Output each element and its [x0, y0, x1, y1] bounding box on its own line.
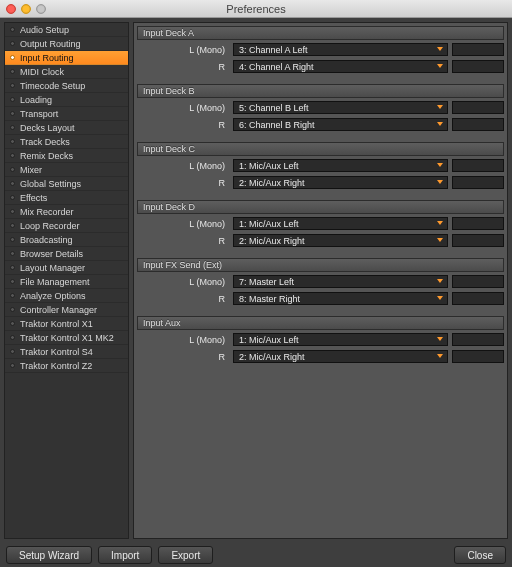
import-button[interactable]: Import [98, 546, 152, 564]
sidebar-item-traktor-kontrol-s4[interactable]: Traktor Kontrol S4 [5, 345, 128, 359]
channel-label: L (Mono) [137, 45, 229, 55]
chevron-down-icon [437, 337, 443, 341]
sidebar-item-effects[interactable]: Effects [5, 191, 128, 205]
chevron-down-icon [437, 221, 443, 225]
dropdown-value: 8: Master Right [239, 294, 300, 304]
sidebar-item-traktor-kontrol-z2[interactable]: Traktor Kontrol Z2 [5, 359, 128, 373]
row-right: R2: Mic/Aux Right [137, 175, 504, 190]
level-meter-left[interactable] [452, 101, 504, 114]
chevron-down-icon [437, 105, 443, 109]
bullet-icon [10, 125, 15, 130]
section-input-deck-d: Input Deck DL (Mono)1: Mic/Aux LeftR2: M… [137, 200, 504, 248]
chevron-down-icon [437, 279, 443, 283]
chevron-down-icon [437, 47, 443, 51]
channel-left-dropdown[interactable]: 7: Master Left [233, 275, 448, 288]
sidebar-item-output-routing[interactable]: Output Routing [5, 37, 128, 51]
setup-wizard-button[interactable]: Setup Wizard [6, 546, 92, 564]
sidebar-item-browser-details[interactable]: Browser Details [5, 247, 128, 261]
channel-right-dropdown[interactable]: 4: Channel A Right [233, 60, 448, 73]
channel-label: L (Mono) [137, 277, 229, 287]
row-right: R6: Channel B Right [137, 117, 504, 132]
channel-label: R [137, 178, 229, 188]
sidebar-item-timecode-setup[interactable]: Timecode Setup [5, 79, 128, 93]
channel-left-dropdown[interactable]: 1: Mic/Aux Left [233, 333, 448, 346]
bullet-icon [10, 83, 15, 88]
level-meter-left[interactable] [452, 43, 504, 56]
close-button[interactable]: Close [454, 546, 506, 564]
level-meter-left[interactable] [452, 217, 504, 230]
sidebar-item-traktor-kontrol-x1[interactable]: Traktor Kontrol X1 [5, 317, 128, 331]
level-meter-right[interactable] [452, 234, 504, 247]
bullet-icon [10, 167, 15, 172]
sidebar-item-mix-recorder[interactable]: Mix Recorder [5, 205, 128, 219]
sidebar-item-label: Effects [20, 193, 47, 203]
dropdown-value: 2: Mic/Aux Right [239, 352, 305, 362]
sidebar-item-file-management[interactable]: File Management [5, 275, 128, 289]
level-meter-right[interactable] [452, 292, 504, 305]
level-meter-left[interactable] [452, 275, 504, 288]
channel-label: L (Mono) [137, 161, 229, 171]
dropdown-value: 7: Master Left [239, 277, 294, 287]
sidebar-item-remix-decks[interactable]: Remix Decks [5, 149, 128, 163]
level-meter-left[interactable] [452, 159, 504, 172]
sidebar-item-loop-recorder[interactable]: Loop Recorder [5, 219, 128, 233]
sidebar-item-input-routing[interactable]: Input Routing [5, 51, 128, 65]
export-button[interactable]: Export [158, 546, 213, 564]
chevron-down-icon [437, 163, 443, 167]
channel-right-dropdown[interactable]: 2: Mic/Aux Right [233, 350, 448, 363]
section-input-deck-a: Input Deck AL (Mono)3: Channel A LeftR4:… [137, 26, 504, 74]
level-meter-left[interactable] [452, 333, 504, 346]
sidebar-item-global-settings[interactable]: Global Settings [5, 177, 128, 191]
sidebar-item-transport[interactable]: Transport [5, 107, 128, 121]
sidebar-item-label: Layout Manager [20, 263, 85, 273]
row-left: L (Mono)5: Channel B Left [137, 100, 504, 115]
channel-right-dropdown[interactable]: 2: Mic/Aux Right [233, 176, 448, 189]
sidebar-item-mixer[interactable]: Mixer [5, 163, 128, 177]
section-header: Input Deck A [137, 26, 504, 40]
level-meter-right[interactable] [452, 60, 504, 73]
sidebar-item-broadcasting[interactable]: Broadcasting [5, 233, 128, 247]
channel-left-dropdown[interactable]: 3: Channel A Left [233, 43, 448, 56]
row-left: L (Mono)7: Master Left [137, 274, 504, 289]
sidebar-item-midi-clock[interactable]: MIDI Clock [5, 65, 128, 79]
channel-label: L (Mono) [137, 103, 229, 113]
bullet-icon [10, 363, 15, 368]
level-meter-right[interactable] [452, 176, 504, 189]
channel-right-dropdown[interactable]: 6: Channel B Right [233, 118, 448, 131]
channel-right-dropdown[interactable]: 8: Master Right [233, 292, 448, 305]
channel-right-dropdown[interactable]: 2: Mic/Aux Right [233, 234, 448, 247]
sidebar: Audio SetupOutput RoutingInput RoutingMI… [4, 22, 129, 539]
bullet-icon [10, 279, 15, 284]
sidebar-item-label: Traktor Kontrol Z2 [20, 361, 92, 371]
dropdown-value: 1: Mic/Aux Left [239, 161, 299, 171]
sidebar-item-loading[interactable]: Loading [5, 93, 128, 107]
bullet-icon [10, 265, 15, 270]
level-meter-right[interactable] [452, 350, 504, 363]
bullet-icon [10, 195, 15, 200]
sidebar-item-label: Global Settings [20, 179, 81, 189]
dropdown-value: 5: Channel B Left [239, 103, 309, 113]
row-left: L (Mono)3: Channel A Left [137, 42, 504, 57]
sidebar-item-layout-manager[interactable]: Layout Manager [5, 261, 128, 275]
titlebar: Preferences [0, 0, 512, 18]
channel-left-dropdown[interactable]: 1: Mic/Aux Left [233, 159, 448, 172]
chevron-down-icon [437, 354, 443, 358]
sidebar-item-label: Remix Decks [20, 151, 73, 161]
sidebar-item-controller-manager[interactable]: Controller Manager [5, 303, 128, 317]
sidebar-item-decks-layout[interactable]: Decks Layout [5, 121, 128, 135]
sidebar-item-audio-setup[interactable]: Audio Setup [5, 23, 128, 37]
sidebar-item-label: Traktor Kontrol S4 [20, 347, 93, 357]
channel-left-dropdown[interactable]: 1: Mic/Aux Left [233, 217, 448, 230]
channel-label: R [137, 120, 229, 130]
bullet-icon [10, 69, 15, 74]
level-meter-right[interactable] [452, 118, 504, 131]
sidebar-item-track-decks[interactable]: Track Decks [5, 135, 128, 149]
row-left: L (Mono)1: Mic/Aux Left [137, 158, 504, 173]
sidebar-item-traktor-kontrol-x1-mk2[interactable]: Traktor Kontrol X1 MK2 [5, 331, 128, 345]
dropdown-value: 3: Channel A Left [239, 45, 308, 55]
row-right: R2: Mic/Aux Right [137, 349, 504, 364]
dropdown-value: 6: Channel B Right [239, 120, 315, 130]
sidebar-item-analyze-options[interactable]: Analyze Options [5, 289, 128, 303]
channel-label: L (Mono) [137, 335, 229, 345]
channel-left-dropdown[interactable]: 5: Channel B Left [233, 101, 448, 114]
